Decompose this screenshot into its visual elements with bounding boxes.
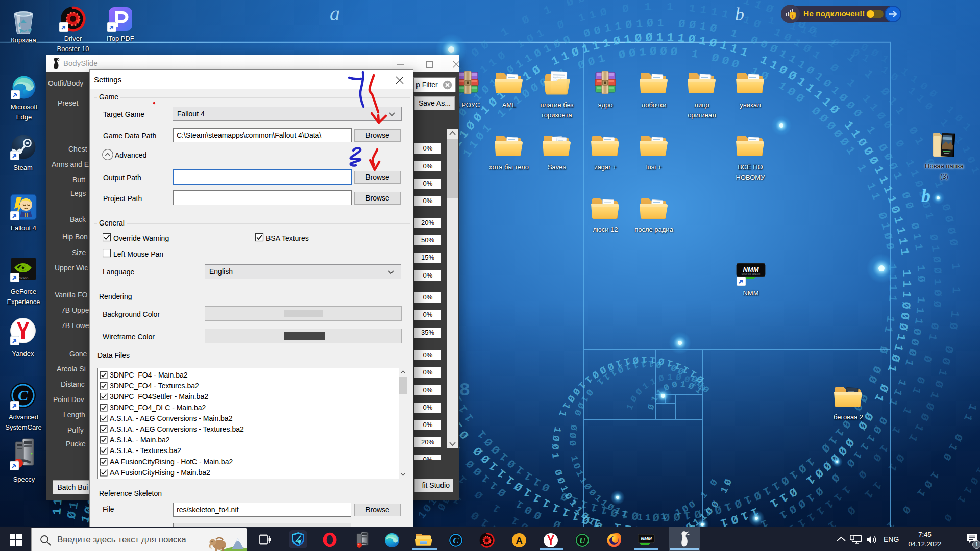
svg-text:C: C <box>453 536 459 545</box>
svg-text:U: U <box>579 536 586 545</box>
svg-text:!: ! <box>792 14 794 19</box>
svg-text:A: A <box>516 535 523 546</box>
svg-text:NMM: NMM <box>641 536 652 541</box>
